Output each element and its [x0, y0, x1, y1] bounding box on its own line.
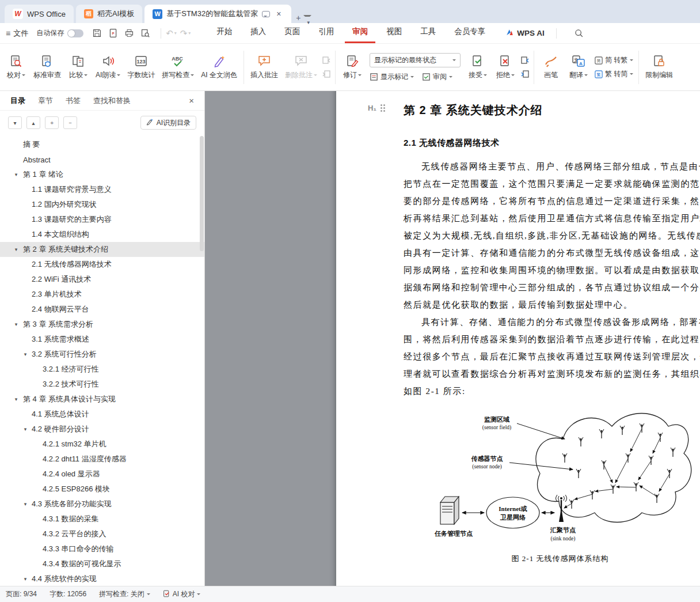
toc-item[interactable]: 1.2 国内外研究现状	[0, 197, 204, 212]
document-page[interactable]: H₁ 第 2 章 系统关键技术介绍 2.1 无线传感器网络技术 无线传感器网络主…	[336, 91, 700, 586]
toc-item[interactable]: 3.2.2 技术可行性	[0, 377, 204, 392]
toc-item[interactable]: ▾3.2 系统可行性分析	[0, 347, 204, 362]
wps-ai-button[interactable]: WPS AI	[505, 28, 545, 39]
toc-item[interactable]: Abstract	[0, 152, 204, 167]
file-menu-button[interactable]: ≡ 文件	[6, 28, 28, 39]
reject-button[interactable]: 拒绝	[492, 48, 519, 87]
menu-tab-page[interactable]: 页面	[277, 23, 307, 43]
spell-check-button[interactable]: ABC 拼写检查	[158, 48, 197, 87]
undo-button[interactable]: ↶▾	[166, 28, 177, 39]
sidebar-tab-bookmarks[interactable]: 书签	[66, 96, 81, 106]
toc-item[interactable]: 4.3.2 云平台的接入	[0, 527, 204, 542]
proofread-button[interactable]: 校对	[2, 48, 30, 87]
toc-item[interactable]: ▾第 2 章 系统关键技术介绍	[0, 242, 204, 257]
chevron-down-icon[interactable]: ▾	[13, 172, 20, 177]
word-count-indicator[interactable]: 字数: 12056	[50, 589, 86, 599]
word-count-button[interactable]: 123 字数统计	[124, 48, 158, 87]
toc-item[interactable]: 摘 要	[0, 137, 204, 152]
ai-proofread-indicator[interactable]: AI 校对	[163, 589, 201, 599]
insert-comment-button[interactable]: 插入批注	[247, 48, 281, 87]
collapse-all-button[interactable]: ▴	[26, 116, 40, 129]
next-change-icon[interactable]	[520, 70, 530, 79]
toc-item[interactable]: 3.1 系统需求概述	[0, 332, 204, 347]
ai-recognize-toc-button[interactable]: AI识别目录	[140, 116, 196, 130]
restrict-editing-button[interactable]: 限制编辑	[642, 48, 676, 87]
expand-all-button[interactable]: ▾	[8, 116, 22, 129]
toc-item[interactable]: 2.4 物联网云平台	[0, 302, 204, 317]
sidebar-scrollbar[interactable]	[200, 136, 204, 251]
chevron-down-icon[interactable]: ▾	[22, 576, 29, 582]
menu-tab-tools[interactable]: 工具	[413, 23, 443, 43]
toc-item[interactable]: 4.2.1 stm32 单片机	[0, 437, 204, 452]
page-indicator[interactable]: 页面: 9/34	[6, 589, 37, 599]
toc-item[interactable]: ▾第 4 章 系统具体设计与实现	[0, 392, 204, 407]
toc-item[interactable]: ▾4.4 系统软件的实现	[0, 571, 204, 586]
standard-review-button[interactable]: 标准审查	[30, 48, 64, 87]
ai-read-button[interactable]: AI朗读	[92, 48, 124, 87]
sidebar-tab-find-replace[interactable]: 查找和替换	[93, 96, 131, 106]
tab-wps-office[interactable]: W WPS Office	[5, 5, 74, 23]
compare-button[interactable]: 比较	[64, 48, 92, 87]
toc-item[interactable]: ▾4.2 硬件部分设计	[0, 422, 204, 437]
translate-button[interactable]: 文A 翻译	[565, 48, 592, 87]
toc-item[interactable]: 4.3.1 数据的采集	[0, 512, 204, 527]
toc-item[interactable]: 4.2.4 oled 显示器	[0, 467, 204, 482]
toc-item[interactable]: 2.2 WiFi 通讯技术	[0, 272, 204, 287]
sidebar-tab-chapters[interactable]: 章节	[38, 96, 53, 106]
search-icon[interactable]	[574, 28, 584, 39]
autosave-toggle[interactable]	[67, 29, 83, 37]
toc-item[interactable]: 4.1 系统总体设计	[0, 407, 204, 422]
sidebar-tab-toc[interactable]: 目录	[10, 96, 25, 106]
toc-item[interactable]: ▾4.3 系统各部分功能实现	[0, 497, 204, 512]
redo-button[interactable]: ↷▾	[180, 28, 191, 39]
close-tab-icon[interactable]: ×	[274, 9, 283, 19]
spellcheck-indicator[interactable]: 拼写检查: 关闭	[99, 589, 150, 599]
menu-tab-view[interactable]: 视图	[379, 23, 409, 43]
menu-tab-insert[interactable]: 插入	[243, 23, 273, 43]
save-icon[interactable]	[92, 28, 102, 39]
chevron-down-icon[interactable]: ▾	[13, 247, 20, 252]
menu-tab-member[interactable]: 会员专享	[447, 23, 493, 43]
ai-polish-button[interactable]: AI 全文润色	[197, 48, 241, 87]
review-pane-button[interactable]: 审阅	[422, 72, 452, 82]
tab-list-chevron-icon[interactable]: ▾	[303, 15, 311, 23]
tab-docer-templates[interactable]: 稻 稻壳AI模板	[76, 5, 142, 23]
menu-tab-start[interactable]: 开始	[209, 23, 239, 43]
previous-change-icon[interactable]	[520, 56, 530, 65]
drag-handle-icon[interactable]	[381, 104, 385, 112]
toc-item[interactable]: 1.1 课题研究背景与意义	[0, 182, 204, 197]
export-pdf-icon[interactable]: P	[108, 28, 118, 39]
menu-tab-review[interactable]: 审阅	[345, 23, 375, 43]
chevron-down-icon[interactable]: ▾	[13, 396, 20, 402]
chevron-down-icon[interactable]: ▾	[13, 321, 20, 327]
chevron-down-icon[interactable]: ▾	[22, 426, 29, 432]
toc-item[interactable]: 4.2.5 ESP8266 模块	[0, 482, 204, 497]
promote-button[interactable]: ＋	[45, 116, 59, 129]
menu-tab-reference[interactable]: 引用	[311, 23, 341, 43]
toc-item[interactable]: 1.3 课题研究的主要内容	[0, 212, 204, 227]
markup-state-select[interactable]: 显示标记的最终状态	[370, 53, 461, 67]
show-markup-button[interactable]: 显示标记	[370, 72, 414, 82]
paragraph-controls[interactable]: H₁	[368, 104, 385, 112]
toc-item[interactable]: 4.2.2 dht11 温湿度传感器	[0, 452, 204, 467]
toc-item[interactable]: 3.2.1 经济可行性	[0, 362, 204, 377]
chevron-down-icon[interactable]: ▾	[22, 501, 29, 507]
print-preview-icon[interactable]	[140, 28, 150, 39]
track-changes-button[interactable]: 修订	[338, 48, 366, 87]
toc-item[interactable]: ▾第 1 章 绪论	[0, 167, 204, 182]
toc-item[interactable]: 2.3 单片机技术	[0, 287, 204, 302]
toc-item[interactable]: 1.4 本文组织结构	[0, 227, 204, 242]
toc-item[interactable]: 4.3.4 数据的可视化显示	[0, 556, 204, 571]
close-sidebar-icon[interactable]: ×	[189, 96, 194, 105]
toc-item[interactable]: 2.1 无线传感器网络技术	[0, 257, 204, 272]
chevron-down-icon[interactable]: ▾	[22, 351, 29, 357]
demote-button[interactable]: －	[63, 116, 77, 129]
tab-document[interactable]: W 基于STM32的智能盆栽管家 ×	[144, 5, 291, 23]
ink-brush-button[interactable]: 画笔	[537, 48, 565, 87]
new-tab-button[interactable]: +	[294, 13, 303, 23]
toc-item[interactable]: ▾第 3 章 系统需求分析	[0, 317, 204, 332]
traditional-to-simplified-button[interactable]: 繁 繁 转简	[595, 69, 633, 79]
toc-item[interactable]: 4.3.3 串口命令的传输	[0, 542, 204, 556]
accept-button[interactable]: 接受	[464, 48, 492, 87]
print-icon[interactable]	[124, 28, 134, 39]
